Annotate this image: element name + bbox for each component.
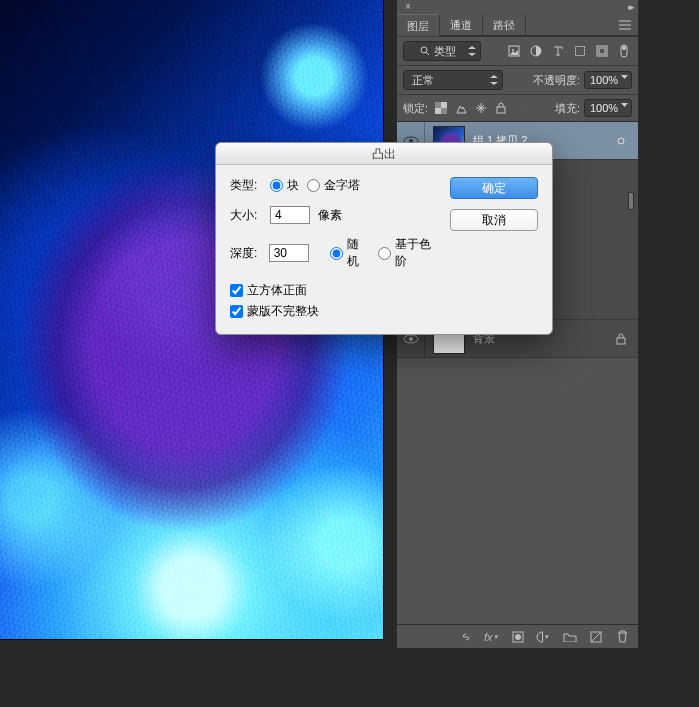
scrollbar-thumb[interactable]	[628, 192, 634, 210]
chevron-down-icon	[490, 75, 498, 85]
lock-label: 锁定:	[403, 101, 428, 116]
type-block-label: 块	[287, 177, 299, 194]
solid-front-label: 立方体正面	[247, 282, 307, 299]
filter-shape-icon[interactable]	[572, 43, 588, 59]
opacity-input[interactable]: 100%	[584, 71, 632, 89]
adjustment-icon[interactable]: ▾	[536, 629, 552, 645]
tab-paths[interactable]: 路径	[483, 14, 526, 35]
layer-expand-icon[interactable]	[604, 137, 638, 145]
depth-random-label: 随机	[347, 236, 369, 270]
svg-rect-6	[599, 48, 605, 54]
mask-incomplete-checkbox[interactable]: 蒙版不完整块	[230, 303, 319, 320]
lock-position-icon[interactable]	[474, 101, 488, 115]
fill-value: 100%	[590, 102, 618, 114]
depth-level-radio[interactable]: 基于色阶	[378, 236, 440, 270]
opacity-value: 100%	[590, 74, 618, 86]
mask-icon[interactable]	[510, 629, 526, 645]
blend-row: 正常 不透明度: 100%	[397, 65, 638, 94]
chevron-down-icon	[621, 75, 628, 80]
size-label: 大小:	[230, 207, 262, 224]
filter-adjustment-icon[interactable]	[528, 43, 544, 59]
svg-rect-10	[435, 102, 441, 108]
mask-incomplete-label: 蒙版不完整块	[247, 303, 319, 320]
panel-collapse-icon[interactable]: ▸▸	[628, 2, 632, 12]
panel-footer: fx▾ ▾	[397, 624, 638, 648]
svg-rect-4	[576, 47, 585, 56]
extrude-dialog: 凸出 类型: 块 金字塔 大小: 像素 深度: 随机 基于色阶 立方体正面	[215, 142, 553, 335]
kind-filter-label: 类型	[434, 44, 456, 59]
chevron-down-icon	[468, 46, 476, 56]
lock-image-icon[interactable]	[454, 101, 468, 115]
new-layer-icon[interactable]	[588, 629, 604, 645]
svg-point-2	[512, 49, 514, 51]
tab-layers[interactable]: 图层	[397, 14, 440, 36]
cancel-button[interactable]: 取消	[450, 209, 538, 231]
ok-button[interactable]: 确定	[450, 177, 538, 199]
trash-icon[interactable]	[614, 629, 630, 645]
tab-channels[interactable]: 通道	[440, 14, 483, 35]
kind-filter-select[interactable]: 类型	[403, 41, 481, 61]
depth-label: 深度:	[230, 245, 261, 262]
lock-row: 锁定: 填充: 100%	[397, 94, 638, 121]
lock-icon	[604, 333, 638, 345]
depth-level-label: 基于色阶	[395, 236, 440, 270]
depth-random-radio[interactable]: 随机	[330, 236, 369, 270]
filter-toggle-icon[interactable]	[616, 43, 632, 59]
svg-rect-18	[617, 338, 625, 344]
type-pyramid-radio[interactable]: 金字塔	[307, 177, 360, 194]
filter-smart-icon[interactable]	[594, 43, 610, 59]
svg-rect-12	[497, 107, 505, 113]
kind-filter-icons	[506, 43, 632, 59]
svg-point-17	[409, 337, 413, 341]
filter-pixel-icon[interactable]	[506, 43, 522, 59]
blend-mode-select[interactable]: 正常	[403, 70, 503, 90]
panel-close-icon[interactable]: ×	[405, 1, 411, 12]
lock-all-icon[interactable]	[494, 101, 508, 115]
svg-point-15	[618, 138, 624, 144]
blend-mode-value: 正常	[412, 74, 434, 86]
type-pyramid-label: 金字塔	[324, 177, 360, 194]
svg-point-20	[515, 634, 521, 640]
size-unit: 像素	[318, 207, 342, 224]
dialog-title: 凸出	[216, 143, 552, 165]
search-icon	[420, 46, 430, 56]
fill-input[interactable]: 100%	[584, 99, 632, 117]
panel-tabs: 图层 通道 路径	[397, 14, 638, 36]
depth-input[interactable]	[269, 244, 309, 262]
layer-filter-row: 类型	[397, 36, 638, 65]
svg-rect-11	[441, 108, 447, 114]
filter-type-icon[interactable]	[550, 43, 566, 59]
solid-front-checkbox[interactable]: 立方体正面	[230, 282, 307, 299]
new-group-icon[interactable]	[562, 629, 578, 645]
type-block-radio[interactable]: 块	[270, 177, 299, 194]
svg-point-8	[622, 46, 626, 50]
fx-icon[interactable]: fx▾	[484, 629, 500, 645]
lock-transparent-icon[interactable]	[434, 101, 448, 115]
panel-menu-icon[interactable]	[618, 14, 632, 35]
link-layers-icon[interactable]	[458, 629, 474, 645]
size-input[interactable]	[270, 206, 310, 224]
chevron-down-icon	[621, 103, 628, 108]
eye-icon	[403, 334, 419, 344]
fill-label: 填充:	[555, 101, 580, 116]
opacity-label: 不透明度:	[533, 73, 580, 88]
type-label: 类型:	[230, 177, 262, 194]
